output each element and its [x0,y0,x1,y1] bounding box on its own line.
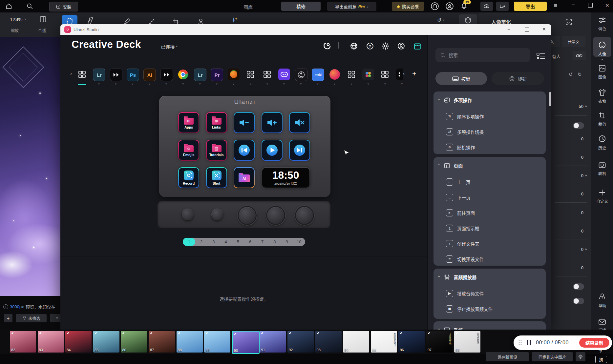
param-expand-arrow[interactable]: ▸ [585,247,587,251]
connection-status-dropdown[interactable]: 已连接˅ [161,43,178,50]
param-expand-arrow[interactable]: ▸ [585,104,587,108]
volume-mute-key[interactable] [289,112,310,133]
app-icon-capcut-2[interactable] [160,69,173,81]
param-toggle-10[interactable] [573,283,584,290]
app-icon-folder-grid-3[interactable] [346,69,357,80]
undo-step-icon[interactable]: ↺ [569,71,573,77]
zoom-level-dropdown[interactable]: 123%˅ [10,16,26,22]
thumbnail-85[interactable]: 85 [93,331,119,353]
app-dropdown-chevron[interactable]: ˅ [211,82,222,86]
record-key[interactable]: Record [178,167,199,188]
sidebar-item-自定义[interactable]: 自定义 [591,189,613,204]
layout-list-icon[interactable] [536,52,545,60]
thumbnail-93[interactable]: 93 [315,331,342,353]
ai-sparkle-icon[interactable] [230,16,238,25]
action-顺序多项操作[interactable]: ⇅顺序多项操作 [433,109,546,124]
redo-step-icon[interactable]: ↻ [578,71,582,77]
app-icon-lightroom-2[interactable]: Lr [194,69,206,81]
app-dropdown-chevron[interactable]: ˅ [110,82,122,86]
action-播放音频文件[interactable]: ▶播放音频文件 [433,286,546,301]
thumbnail-87[interactable]: 87 [149,331,175,353]
cloud-upload-button[interactable] [480,2,493,11]
app-icon-illustrator[interactable]: Ai [143,69,156,81]
window-maximize-icon[interactable] [525,28,529,32]
app-icon-premiere[interactable]: Pr [211,69,223,81]
page-2[interactable]: 2 [195,239,207,244]
minimize-icon[interactable]: − [572,2,575,8]
drag-handle-icon[interactable] [518,340,522,346]
maximize-icon[interactable] [588,3,593,8]
home-icon[interactable] [5,3,12,10]
install-button[interactable]: 安装 [49,2,78,11]
scroll-right-icon[interactable]: › [403,71,405,76]
sidebar-item-调色[interactable]: 调色 [591,17,613,31]
add-photo-button[interactable]: + [4,314,12,322]
app-dropdown-chevron[interactable]: ˅ [160,82,172,86]
app-icon-folder-grid-2[interactable] [261,69,273,80]
app-icon-partial-app[interactable] [396,69,403,80]
clock-key[interactable]: 18:502026/02/10 周二 [262,167,310,188]
knob-4[interactable] [295,206,314,225]
thumbnail-96[interactable]: 96 [398,331,425,353]
sidebar-item-图像[interactable]: 图像 [591,64,613,80]
search-input[interactable]: 搜索 [435,48,530,62]
app-dropdown-chevron[interactable]: ˅ [261,82,273,86]
action-创建文件夹[interactable]: +创建文件夹 [433,236,546,251]
window-close-icon[interactable]: ✕ [542,27,546,32]
fit-icon[interactable] [39,16,47,23]
knob-2[interactable] [238,206,257,225]
app-icon-capcut[interactable] [110,69,122,81]
next-track-key[interactable] [289,140,310,161]
tray-button-0[interactable] [182,209,194,220]
key-links[interactable]: ⊕Links [206,112,227,133]
store-icon[interactable] [413,42,422,51]
shot-key[interactable]: Shot [206,167,227,188]
action-下一页[interactable]: →下一页 [433,190,546,205]
thumbnail-97[interactable]: 天自己会亮。97 [426,331,453,353]
sidebar-item-帮助[interactable]: ?帮助 [591,293,613,308]
help-mark[interactable]: ? [599,349,602,354]
action-随机操作[interactable]: ✕随机操作 [433,139,546,154]
app-dropdown-chevron[interactable]: ˅ [127,82,138,86]
ai-folder-key[interactable]: AI [234,167,255,188]
tab-gallery[interactable]: 图库 [243,4,253,10]
tray-button-1[interactable] [211,209,223,220]
language-globe-icon[interactable] [350,42,358,50]
knob-3[interactable] [266,206,285,225]
thumbnail-82[interactable]: 82 [10,331,36,353]
thumbnail-83[interactable]: 83 [38,331,64,353]
sidebar-item-裁剪[interactable]: 裁剪 [591,111,613,127]
app-dropdown-chevron[interactable]: ˅ [143,82,155,86]
settings-gear-icon[interactable] [381,42,390,50]
thumbnail-98[interactable]: 将改善改进98 [454,331,480,353]
action-页面指示框[interactable]: 1页面指示框 [433,220,546,236]
app-dropdown-chevron[interactable]: ˅ [329,82,341,86]
app-dropdown-chevron[interactable]: ˅ [295,82,307,86]
action-上一页[interactable]: ←上一页 [433,174,546,190]
key-apps[interactable]: ⊞Apps [178,112,199,133]
thumbnail-90[interactable]: 90 [232,331,260,354]
page-7[interactable]: 7 [256,239,268,244]
previous-track-key[interactable] [234,140,255,161]
app-icon-lightroom[interactable]: Lr [93,69,105,81]
photo-canvas[interactable] [0,37,60,296]
page-8[interactable]: 8 [268,239,281,244]
save-preset-button[interactable]: 保存新预设 [486,352,529,361]
app-icon-obs[interactable] [295,69,307,81]
tab-refine[interactable]: 精修 [281,2,321,11]
section-header-音频播放器[interactable]: ⌃音频播放器 [433,269,546,286]
app-dropdown-chevron[interactable]: ˅ [346,82,357,86]
param-toggle-11[interactable] [573,298,584,304]
page-1-current[interactable]: 1 [183,238,195,246]
thumbnail-91[interactable]: 91 [260,331,286,353]
app-icon-apps-grid[interactable] [76,69,88,80]
thumbnail-89[interactable]: 89 [204,331,230,353]
page-6[interactable]: 6 [244,239,256,244]
preset-button-elder[interactable]: 长辈女 [562,36,585,47]
page-3[interactable]: 3 [207,239,220,244]
app-icon-folder-grid-4[interactable] [379,69,391,80]
app-dropdown-chevron[interactable]: ˅ [396,82,408,86]
ruler-tool-icon[interactable] [86,16,95,25]
app-icon-folder-grid-1[interactable] [244,69,256,80]
sidebar-item-联机[interactable]: 联机 [591,161,613,176]
